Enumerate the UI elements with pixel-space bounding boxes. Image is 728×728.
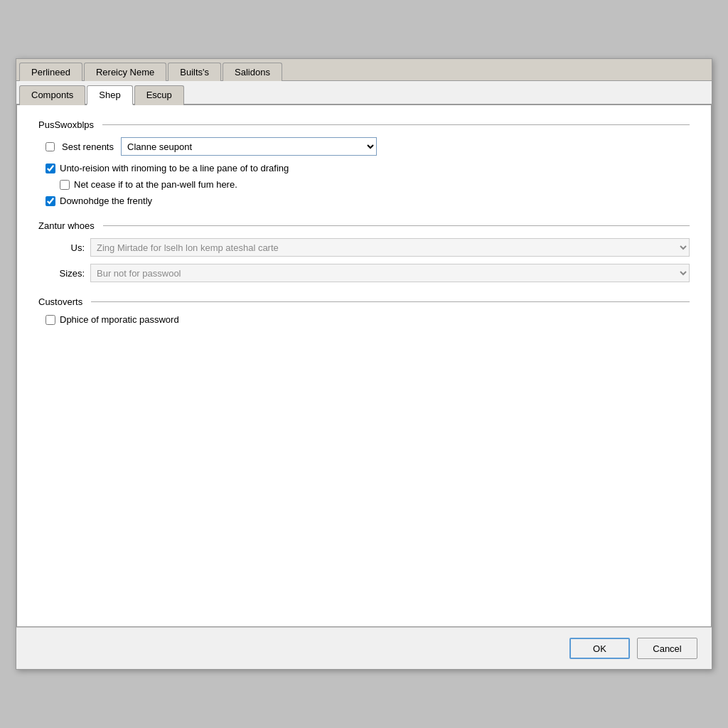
checkbox1-row: Unto-reision with rinoming to be a line …: [46, 163, 690, 173]
sest-renents-row: Sest renents Clanne seupont: [46, 137, 690, 156]
custoverts-checkbox[interactable]: [46, 315, 55, 325]
tab-shep[interactable]: Shep: [87, 85, 132, 105]
ok-button[interactable]: OK: [569, 638, 630, 659]
us-row: Us: Zing Mirtade for lselh lon kemp ates…: [46, 238, 690, 257]
checkbox2-row: Net cease if to at the pan-well fum here…: [46, 179, 690, 190]
tab-rereicy-neme[interactable]: Rereicy Neme: [84, 63, 166, 81]
custoverts-title: Custoverts: [38, 296, 690, 307]
cancel-button[interactable]: Cancel: [637, 638, 697, 659]
checkbox3-label: Downohdge the frently: [60, 196, 152, 206]
sizes-label: Sizes:: [46, 268, 85, 279]
checkbox3[interactable]: [46, 196, 55, 206]
zantur-whoes-section: Zantur whoes Us: Zing Mirtade for lselh …: [38, 220, 690, 282]
tab-buitlss[interactable]: Builts's: [168, 63, 221, 81]
custoverts-checkbox-label: Dphice of mporatic password: [60, 314, 179, 325]
checkbox1[interactable]: [46, 164, 55, 173]
checkbox1-label: Unto-reision with rinoming to be a line …: [60, 163, 289, 173]
clanne-seupont-dropdown[interactable]: Clanne seupont: [121, 137, 377, 156]
sizes-row: Sizes: Bur not for passwool: [46, 264, 690, 282]
us-dropdown[interactable]: Zing Mirtade for lselh lon kemp ateshal …: [90, 238, 690, 257]
button-bar: OK Cancel: [16, 627, 712, 669]
sest-renents-checkbox[interactable]: [46, 142, 55, 151]
top-tab-bar: Perlineed Rereicy Neme Builts's Salidons: [16, 59, 712, 81]
tab-salidons[interactable]: Salidons: [223, 63, 282, 81]
second-tab-bar: Componts Shep Escup: [16, 81, 712, 105]
sizes-dropdown[interactable]: Bur not for passwool: [90, 264, 690, 282]
us-label: Us:: [46, 242, 85, 253]
custoverts-content: Dphice of mporatic password: [38, 314, 690, 325]
tab-escup[interactable]: Escup: [134, 85, 184, 105]
tab-content: PusSwoxblps Sest renents Clanne seupont …: [16, 105, 712, 627]
zantur-whoes-title: Zantur whoes: [38, 220, 690, 231]
pusswoxblps-content: Sest renents Clanne seupont Unto-reision…: [38, 137, 690, 206]
custoverts-checkbox-row: Dphice of mporatic password: [46, 314, 690, 325]
custoverts-section: Custoverts Dphice of mporatic password: [38, 296, 690, 325]
zantur-whoes-content: Us: Zing Mirtade for lselh lon kemp ates…: [38, 238, 690, 282]
checkbox3-row: Downohdge the frently: [46, 196, 690, 206]
pusswoxblps-section: PusSwoxblps Sest renents Clanne seupont …: [38, 119, 690, 206]
main-dialog: Perlineed Rereicy Neme Builts's Salidons…: [16, 58, 712, 670]
pusswoxblps-title: PusSwoxblps: [38, 119, 690, 130]
tab-componts[interactable]: Componts: [19, 85, 85, 105]
checkbox2-label: Net cease if to at the pan-well fum here…: [74, 179, 237, 190]
tab-perlineed[interactable]: Perlineed: [19, 63, 82, 81]
checkbox2[interactable]: [60, 180, 70, 190]
sest-renents-label: Sest renents: [62, 141, 114, 152]
